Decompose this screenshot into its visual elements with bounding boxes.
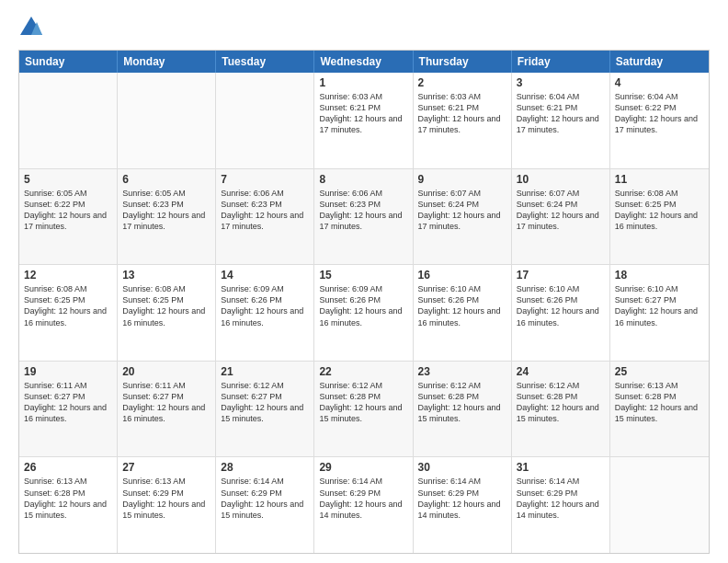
calendar-cell: 13Sunrise: 6:08 AM Sunset: 6:25 PM Dayli… [118, 265, 216, 361]
calendar-cell: 17Sunrise: 6:10 AM Sunset: 6:26 PM Dayli… [512, 265, 610, 361]
day-number: 15 [319, 269, 407, 282]
calendar-cell: 18Sunrise: 6:10 AM Sunset: 6:27 PM Dayli… [610, 265, 709, 361]
calendar-cell: 16Sunrise: 6:10 AM Sunset: 6:26 PM Dayli… [414, 265, 512, 361]
header [18, 15, 710, 40]
calendar-cell: 6Sunrise: 6:05 AM Sunset: 6:23 PM Daylig… [118, 169, 216, 265]
day-number: 22 [319, 365, 407, 378]
day-number: 3 [517, 76, 605, 89]
day-number: 13 [122, 269, 210, 282]
calendar-cell: 30Sunrise: 6:14 AM Sunset: 6:29 PM Dayli… [414, 457, 512, 553]
day-info: Sunrise: 6:07 AM Sunset: 6:24 PM Dayligh… [418, 188, 506, 233]
calendar-body: 1Sunrise: 6:03 AM Sunset: 6:21 PM Daylig… [19, 73, 709, 553]
calendar-cell: 11Sunrise: 6:08 AM Sunset: 6:25 PM Dayli… [610, 169, 709, 265]
weekday-header: Monday [118, 51, 216, 73]
calendar-cell: 3Sunrise: 6:04 AM Sunset: 6:21 PM Daylig… [512, 73, 610, 168]
calendar-cell: 31Sunrise: 6:14 AM Sunset: 6:29 PM Dayli… [512, 457, 610, 553]
day-number: 5 [24, 173, 112, 186]
day-number: 4 [615, 76, 704, 89]
day-info: Sunrise: 6:12 AM Sunset: 6:28 PM Dayligh… [319, 380, 407, 425]
day-info: Sunrise: 6:09 AM Sunset: 6:26 PM Dayligh… [319, 283, 407, 328]
logo-icon [18, 15, 44, 40]
day-info: Sunrise: 6:12 AM Sunset: 6:27 PM Dayligh… [221, 380, 309, 425]
day-number: 27 [122, 461, 210, 474]
weekday-header: Thursday [414, 51, 512, 73]
day-number: 16 [418, 269, 506, 282]
weekday-header: Saturday [610, 51, 709, 73]
day-info: Sunrise: 6:08 AM Sunset: 6:25 PM Dayligh… [122, 283, 210, 328]
day-number: 12 [24, 269, 112, 282]
calendar-cell: 4Sunrise: 6:04 AM Sunset: 6:22 PM Daylig… [610, 73, 709, 168]
day-number: 2 [418, 76, 506, 89]
day-info: Sunrise: 6:12 AM Sunset: 6:28 PM Dayligh… [517, 380, 605, 425]
day-number: 18 [615, 269, 704, 282]
day-number: 21 [221, 365, 309, 378]
day-info: Sunrise: 6:13 AM Sunset: 6:29 PM Dayligh… [122, 476, 210, 521]
day-info: Sunrise: 6:14 AM Sunset: 6:29 PM Dayligh… [319, 476, 407, 521]
day-number: 1 [319, 76, 407, 89]
calendar-cell [118, 73, 216, 168]
calendar-cell: 20Sunrise: 6:11 AM Sunset: 6:27 PM Dayli… [118, 362, 216, 457]
day-number: 7 [221, 173, 309, 186]
page: SundayMondayTuesdayWednesdayThursdayFrid… [0, 0, 728, 563]
calendar-cell: 9Sunrise: 6:07 AM Sunset: 6:24 PM Daylig… [414, 169, 512, 265]
day-info: Sunrise: 6:06 AM Sunset: 6:23 PM Dayligh… [319, 188, 407, 233]
weekday-header: Friday [512, 51, 610, 73]
calendar-cell: 1Sunrise: 6:03 AM Sunset: 6:21 PM Daylig… [314, 73, 413, 168]
day-number: 14 [221, 269, 309, 282]
day-info: Sunrise: 6:05 AM Sunset: 6:22 PM Dayligh… [24, 188, 112, 233]
day-number: 31 [517, 461, 605, 474]
calendar-cell: 29Sunrise: 6:14 AM Sunset: 6:29 PM Dayli… [314, 457, 413, 553]
calendar-cell: 21Sunrise: 6:12 AM Sunset: 6:27 PM Dayli… [216, 362, 314, 457]
calendar-cell: 26Sunrise: 6:13 AM Sunset: 6:28 PM Dayli… [19, 457, 118, 553]
calendar-cell: 28Sunrise: 6:14 AM Sunset: 6:29 PM Dayli… [216, 457, 314, 553]
calendar-cell: 8Sunrise: 6:06 AM Sunset: 6:23 PM Daylig… [314, 169, 413, 265]
day-number: 20 [122, 365, 210, 378]
day-info: Sunrise: 6:05 AM Sunset: 6:23 PM Dayligh… [122, 188, 210, 233]
day-info: Sunrise: 6:10 AM Sunset: 6:26 PM Dayligh… [418, 283, 506, 328]
day-info: Sunrise: 6:06 AM Sunset: 6:23 PM Dayligh… [221, 188, 309, 233]
day-info: Sunrise: 6:03 AM Sunset: 6:21 PM Dayligh… [319, 91, 407, 136]
day-info: Sunrise: 6:04 AM Sunset: 6:22 PM Dayligh… [615, 91, 704, 136]
day-number: 17 [517, 269, 605, 282]
day-number: 24 [517, 365, 605, 378]
day-info: Sunrise: 6:08 AM Sunset: 6:25 PM Dayligh… [24, 283, 112, 328]
day-info: Sunrise: 6:10 AM Sunset: 6:26 PM Dayligh… [517, 283, 605, 328]
day-info: Sunrise: 6:04 AM Sunset: 6:21 PM Dayligh… [517, 91, 605, 136]
day-info: Sunrise: 6:11 AM Sunset: 6:27 PM Dayligh… [24, 380, 112, 425]
calendar-cell [216, 73, 314, 168]
day-info: Sunrise: 6:07 AM Sunset: 6:24 PM Dayligh… [517, 188, 605, 233]
calendar-row: 19Sunrise: 6:11 AM Sunset: 6:27 PM Dayli… [19, 362, 709, 458]
calendar-cell [610, 457, 709, 553]
calendar-cell: 15Sunrise: 6:09 AM Sunset: 6:26 PM Dayli… [314, 265, 413, 361]
day-number: 6 [122, 173, 210, 186]
calendar-cell: 10Sunrise: 6:07 AM Sunset: 6:24 PM Dayli… [512, 169, 610, 265]
calendar-cell: 22Sunrise: 6:12 AM Sunset: 6:28 PM Dayli… [314, 362, 413, 457]
calendar-row: 26Sunrise: 6:13 AM Sunset: 6:28 PM Dayli… [19, 457, 709, 553]
day-info: Sunrise: 6:13 AM Sunset: 6:28 PM Dayligh… [24, 476, 112, 521]
weekday-header: Wednesday [314, 51, 413, 73]
calendar-cell: 14Sunrise: 6:09 AM Sunset: 6:26 PM Dayli… [216, 265, 314, 361]
calendar: SundayMondayTuesdayWednesdayThursdayFrid… [18, 50, 710, 554]
calendar-cell: 2Sunrise: 6:03 AM Sunset: 6:21 PM Daylig… [414, 73, 512, 168]
calendar-cell [19, 73, 118, 168]
day-info: Sunrise: 6:03 AM Sunset: 6:21 PM Dayligh… [418, 91, 506, 136]
day-info: Sunrise: 6:14 AM Sunset: 6:29 PM Dayligh… [221, 476, 309, 521]
day-number: 26 [24, 461, 112, 474]
day-info: Sunrise: 6:10 AM Sunset: 6:27 PM Dayligh… [615, 283, 704, 328]
day-info: Sunrise: 6:09 AM Sunset: 6:26 PM Dayligh… [221, 283, 309, 328]
calendar-cell: 25Sunrise: 6:13 AM Sunset: 6:28 PM Dayli… [610, 362, 709, 457]
day-info: Sunrise: 6:14 AM Sunset: 6:29 PM Dayligh… [418, 476, 506, 521]
calendar-row: 12Sunrise: 6:08 AM Sunset: 6:25 PM Dayli… [19, 265, 709, 362]
day-number: 11 [615, 173, 704, 186]
logo [18, 15, 48, 40]
day-number: 28 [221, 461, 309, 474]
calendar-cell: 27Sunrise: 6:13 AM Sunset: 6:29 PM Dayli… [118, 457, 216, 553]
calendar-header: SundayMondayTuesdayWednesdayThursdayFrid… [19, 51, 709, 73]
weekday-header: Tuesday [216, 51, 314, 73]
day-number: 19 [24, 365, 112, 378]
day-number: 8 [319, 173, 407, 186]
day-info: Sunrise: 6:14 AM Sunset: 6:29 PM Dayligh… [517, 476, 605, 521]
day-number: 23 [418, 365, 506, 378]
calendar-cell: 23Sunrise: 6:12 AM Sunset: 6:28 PM Dayli… [414, 362, 512, 457]
calendar-row: 5Sunrise: 6:05 AM Sunset: 6:22 PM Daylig… [19, 169, 709, 266]
